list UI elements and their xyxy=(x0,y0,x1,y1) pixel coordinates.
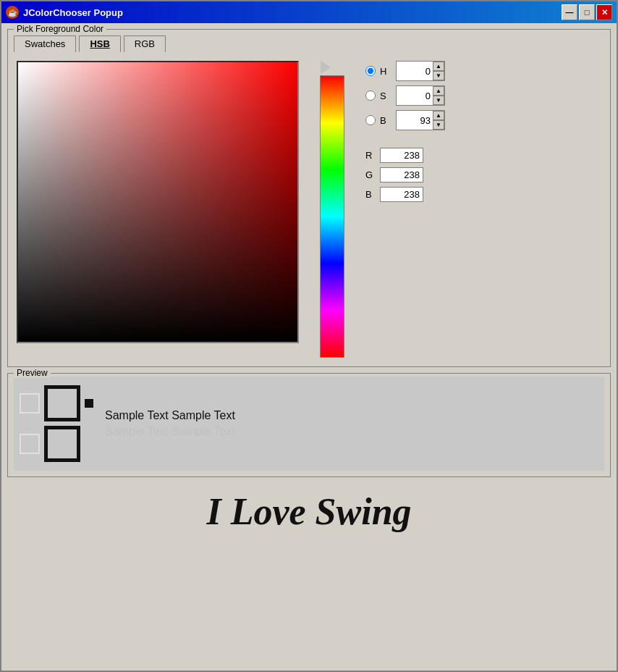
sample-text-light: Sample Text Sample Text xyxy=(105,425,235,438)
h-input[interactable] xyxy=(397,62,433,80)
s-spin-buttons: ▲ ▼ xyxy=(433,86,444,105)
close-button[interactable]: ✕ xyxy=(596,4,612,20)
sample-text-area: Sample Text Sample Text Sample Text Samp… xyxy=(105,409,235,438)
sample-box-small-2 xyxy=(20,434,40,454)
s-input[interactable] xyxy=(397,86,433,105)
icon-row-top xyxy=(20,385,93,421)
s-radio[interactable] xyxy=(365,91,376,101)
sample-box-small-1 xyxy=(20,393,40,413)
hue-strip-container xyxy=(310,61,354,358)
hsb-controls: H ▲ ▼ S xyxy=(365,61,601,202)
tab-hsb[interactable]: HSB xyxy=(79,35,120,52)
h-radio[interactable] xyxy=(365,66,376,76)
b-display-label: B xyxy=(365,189,376,200)
g-display-row: G xyxy=(365,167,601,182)
h-spinner: ▲ ▼ xyxy=(396,61,445,81)
app-icon: ☕ xyxy=(6,6,19,19)
r-display-row: R xyxy=(365,148,601,163)
b-spin-down[interactable]: ▼ xyxy=(433,120,444,130)
b-input[interactable] xyxy=(397,111,433,130)
b-label: B xyxy=(380,115,391,126)
b-radio[interactable] xyxy=(365,115,376,125)
b-display-row: B xyxy=(365,187,601,202)
rgb-display: R G B xyxy=(365,148,601,202)
hue-pointer xyxy=(321,61,331,74)
window: ☕ JColorChooser Popup — □ ✕ Pick Foregro… xyxy=(0,0,618,672)
s-row: S ▲ ▼ xyxy=(365,85,601,106)
r-display-value[interactable] xyxy=(380,148,423,163)
h-row: H ▲ ▼ xyxy=(365,61,601,81)
title-bar: ☕ JColorChooser Popup — □ ✕ xyxy=(1,1,617,23)
color-picker-square[interactable] xyxy=(17,61,299,343)
tab-bar: Swatches HSB RGB xyxy=(14,35,604,52)
b-spin-up[interactable]: ▲ xyxy=(433,111,444,120)
tab-rgb[interactable]: RGB xyxy=(124,35,166,52)
maximize-button[interactable]: □ xyxy=(579,4,595,20)
s-label: S xyxy=(380,91,391,101)
g-display-label: G xyxy=(365,169,376,180)
bottom-text: I Love Swing xyxy=(7,483,611,547)
h-spin-down[interactable]: ▼ xyxy=(433,71,444,80)
b-spin-buttons: ▲ ▼ xyxy=(433,111,444,130)
pick-foreground-group: Pick Foreground Color Swatches HSB RGB xyxy=(7,29,611,367)
s-spin-up[interactable]: ▲ xyxy=(433,86,444,96)
s-spin-down[interactable]: ▼ xyxy=(433,96,444,105)
b-display-value[interactable] xyxy=(380,187,423,202)
icon-row-bottom xyxy=(20,426,93,462)
hue-strip[interactable] xyxy=(320,75,344,358)
h-spin-up[interactable]: ▲ xyxy=(433,62,444,71)
g-display-value[interactable] xyxy=(380,167,423,182)
b-row: B ▲ ▼ xyxy=(365,110,601,130)
preview-group: Preview Sample Text Sample T xyxy=(7,373,611,477)
tab-swatches[interactable]: Swatches xyxy=(14,35,76,52)
r-display-label: R xyxy=(365,150,376,161)
hsb-panel: H ▲ ▼ S xyxy=(14,58,604,361)
h-label: H xyxy=(380,66,391,77)
hsb-radio-group: H ▲ ▼ S xyxy=(365,61,601,130)
minimize-button[interactable]: — xyxy=(562,4,577,20)
main-content: Pick Foreground Color Swatches HSB RGB xyxy=(1,23,617,671)
h-spin-buttons: ▲ ▼ xyxy=(433,62,444,80)
preview-content: Sample Text Sample Text Sample Text Samp… xyxy=(14,377,604,471)
s-spinner: ▲ ▼ xyxy=(396,85,445,106)
sample-dot xyxy=(85,399,93,408)
sample-text-dark: Sample Text Sample Text xyxy=(105,409,235,422)
preview-label: Preview xyxy=(14,368,51,378)
pick-foreground-label: Pick Foreground Color xyxy=(14,24,106,34)
sample-box-large-1 xyxy=(44,385,80,421)
sample-icons xyxy=(17,382,96,465)
b-spinner: ▲ ▼ xyxy=(396,110,445,130)
window-title: JColorChooser Popup xyxy=(23,7,562,18)
window-controls: — □ ✕ xyxy=(562,4,612,20)
sample-box-medium xyxy=(44,426,80,462)
